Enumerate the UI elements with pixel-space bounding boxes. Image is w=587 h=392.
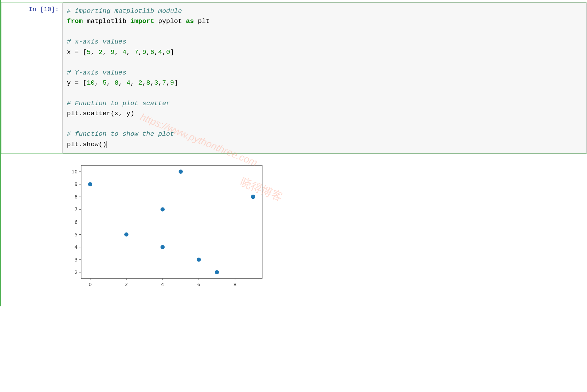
x-tick-label: 2 <box>125 282 128 287</box>
code-line: from matplotlib import pyplot as plt <box>67 16 582 26</box>
scatter-point <box>179 170 183 174</box>
code-line: plt.show() <box>67 140 582 150</box>
y-tick-label: 2 <box>75 269 78 275</box>
x-tick-label: 0 <box>89 282 92 287</box>
input-prompt-label: In [10]: <box>29 6 59 13</box>
code-line: plt.scatter(x, y) <box>67 109 582 119</box>
code-line: # function to show the plot <box>67 129 582 139</box>
code-editor[interactable]: # importing matplotlib modulefrom matplo… <box>62 2 587 154</box>
y-tick-label: 9 <box>75 181 78 187</box>
output-content: 024682345678910 <box>62 160 587 292</box>
notebook-container: In [10]: # importing matplotlib modulefr… <box>0 0 587 306</box>
cell-content: # importing matplotlib modulefrom matplo… <box>62 2 587 154</box>
output-prompt-area <box>1 160 62 292</box>
code-line <box>67 57 582 68</box>
y-tick-label: 7 <box>75 207 78 212</box>
scatter-point <box>88 182 92 186</box>
y-tick-label: 6 <box>75 219 78 225</box>
svg-rect-0 <box>81 165 262 279</box>
scatter-point <box>161 245 165 249</box>
code-line: x = [5, 2, 9, 4, 7,9,6,4,0] <box>67 47 582 57</box>
x-tick-label: 8 <box>234 282 237 287</box>
code-line: # Function to plot scatter <box>67 99 582 109</box>
y-tick-label: 5 <box>75 232 78 237</box>
code-line: # Y-axis values <box>67 68 582 78</box>
code-line <box>67 88 582 99</box>
y-tick-label: 8 <box>75 194 78 199</box>
y-tick-label: 10 <box>71 169 78 174</box>
code-line: # importing matplotlib module <box>67 6 582 16</box>
scatter-point <box>197 258 201 262</box>
x-tick-label: 4 <box>161 282 164 287</box>
scatter-point <box>215 270 219 274</box>
chart-svg: 024682345678910 <box>62 160 267 292</box>
scatter-point <box>161 207 165 212</box>
scatter-chart: 024682345678910 <box>62 160 267 292</box>
output-area: 024682345678910 <box>1 154 587 292</box>
y-tick-label: 3 <box>75 257 78 262</box>
code-line: y = [10, 5, 8, 4, 2,8,3,7,9] <box>67 78 582 88</box>
scatter-point <box>124 233 128 237</box>
code-line <box>67 119 582 129</box>
y-tick-label: 4 <box>75 244 78 250</box>
scatter-point <box>251 195 255 199</box>
code-line: # x-axis values <box>67 37 582 47</box>
code-line <box>67 27 582 37</box>
x-tick-label: 6 <box>197 282 201 287</box>
code-cell[interactable]: In [10]: # importing matplotlib modulefr… <box>1 2 587 154</box>
input-prompt-area: In [10]: <box>1 2 62 154</box>
